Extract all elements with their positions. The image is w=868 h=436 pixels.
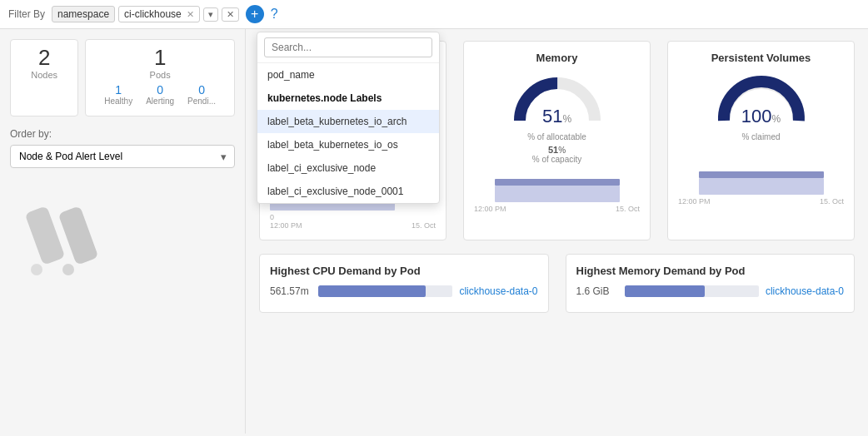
cpu-x-labels: 12:00 PM 15. Oct	[270, 221, 436, 230]
memory-capacity-label: % of capacity	[532, 155, 581, 164]
pv-x-left: 12:00 PM	[678, 197, 711, 206]
svg-point-3	[62, 264, 74, 275]
svg-rect-7	[495, 179, 620, 186]
dropdown-list: pod_namekubernetes.node Labelslabel_beta…	[257, 63, 439, 203]
memory-demand-row: 1.6 GiB clickhouse-data-0	[576, 285, 845, 297]
order-label: Order by:	[10, 128, 235, 140]
cpu-demand-bar	[318, 285, 426, 297]
dropdown-item-label_ci_exclusive_node[interactable]: label_ci_exclusive_node	[257, 156, 439, 180]
alerting-label: Alerting	[146, 97, 174, 106]
order-select-wrap: Node & Pod Alert Level Name CPU Usage Me…	[10, 145, 235, 168]
memory-donut-wrap: Memory 51% % of allocatable 51%	[474, 52, 640, 213]
memory-demand-title: Highest Memory Demand by Pod	[576, 265, 845, 277]
pods-card: 1 Pods 1 Healthy 0 Alerting 0 Pendi...	[85, 39, 235, 116]
dropdown-search-input[interactable]	[264, 37, 432, 57]
cpu-demand-bar-wrap	[318, 285, 452, 297]
dropdown-search-area	[257, 32, 439, 63]
cpu-demand-card: Highest CPU Demand by Pod 561.57m clickh…	[259, 254, 549, 313]
svg-point-2	[31, 264, 42, 275]
pv-chart: 12:00 PM 15. Oct	[678, 163, 844, 206]
cpu-x-right: 15. Oct	[412, 221, 436, 230]
dropdown-item-pod_name[interactable]: pod_name	[257, 63, 439, 87]
order-select[interactable]: Node & Pod Alert Level Name CPU Usage Me…	[10, 145, 235, 168]
stats-row: 2 Nodes 1 Pods 1 Healthy 0 Alerting 0	[10, 39, 235, 116]
pv-x-right: 15. Oct	[820, 197, 844, 206]
pv-donut-wrap: Persistent Volumes 100% % claimed	[678, 52, 844, 206]
pending-stat: 0 Pendi...	[181, 80, 222, 109]
pod-substats: 1 Healthy 0 Alerting 0 Pendi...	[97, 80, 222, 109]
memory-demand-bar	[625, 285, 706, 297]
add-filter-button[interactable]: +	[246, 5, 264, 23]
cpu-zero: 0	[270, 213, 436, 221]
pv-chart-svg	[699, 163, 824, 195]
filter-label: Filter By	[8, 8, 45, 20]
memory-x-right: 15. Oct	[616, 205, 640, 213]
pv-claimed-value: 100	[741, 106, 772, 126]
healthy-count: 1	[104, 83, 132, 97]
memory-title: Memory	[536, 52, 578, 64]
memory-card: Memory 51% % of allocatable 51%	[463, 41, 651, 240]
memory-demand-bar-wrap	[625, 285, 759, 297]
nodes-card: 2 Nodes	[10, 39, 78, 116]
dropdown-item-kubernetes_node_labels[interactable]: kubernetes.node Labels	[257, 87, 439, 110]
svg-rect-8	[699, 178, 824, 195]
pv-title: Persistent Volumes	[711, 52, 811, 64]
nodes-label: Nodes	[22, 70, 66, 80]
bottom-row: Highest CPU Demand by Pod 561.57m clickh…	[259, 254, 855, 313]
pods-label: Pods	[97, 70, 222, 80]
memory-capacity-pct: 51	[548, 145, 558, 155]
alerting-count: 0	[146, 83, 174, 97]
memory-demand-card: Highest Memory Demand by Pod 1.6 GiB cli…	[566, 254, 856, 313]
namespace-tag: Nodes namespace	[52, 6, 115, 22]
filter-dropdown: pod_namekubernetes.node Labelslabel_beta…	[257, 32, 440, 204]
cpu-demand-title: Highest CPU Demand by Pod	[270, 265, 538, 277]
dropdown-item-label_ci_exclusive_node_0001[interactable]: label_ci_exclusive_node_0001	[257, 180, 439, 203]
top-bar: Filter By Nodes namespace ci-clickhouse …	[0, 0, 868, 29]
memory-allocatable-value: 51	[542, 106, 562, 126]
cpu-demand-value: 561.57m	[270, 285, 312, 297]
tag-value-label: ci-clickhouse	[124, 8, 182, 20]
svg-rect-9	[699, 171, 824, 178]
memory-pct2: %	[558, 146, 566, 155]
nodes-count: 2	[22, 47, 66, 68]
memory-demand-pod[interactable]: clickhouse-data-0	[766, 285, 844, 297]
pods-count: 1	[97, 47, 222, 68]
sidebar: 2 Nodes 1 Pods 1 Healthy 0 Alerting 0	[0, 29, 246, 434]
chevron-down-button[interactable]: ▾	[203, 7, 218, 22]
memory-chart-svg	[495, 171, 620, 202]
pending-count: 0	[187, 83, 216, 97]
pv-claimed-label: % claimed	[741, 132, 780, 141]
namespace-tag-label: namespace	[57, 8, 109, 20]
remove-tag-button[interactable]: ✕	[187, 9, 194, 20]
error-icon-area	[10, 193, 235, 287]
healthy-label: Healthy	[104, 97, 132, 106]
pv-card: Persistent Volumes 100% % claimed	[667, 41, 855, 240]
svg-rect-6	[495, 186, 620, 202]
dropdown-item-label_beta_os[interactable]: label_beta_kubernetes_io_os	[257, 133, 439, 156]
error-illustration	[18, 201, 118, 276]
memory-x-labels: 12:00 PM 15. Oct	[474, 205, 640, 213]
alerting-stat: 0 Alerting	[139, 80, 181, 109]
svg-rect-1	[58, 206, 99, 265]
pending-label: Pendi...	[187, 97, 216, 106]
memory-x-left: 12:00 PM	[474, 205, 506, 213]
healthy-stat: 1 Healthy	[97, 80, 139, 109]
filter-controls: ▾ ✕ + ?	[203, 5, 278, 23]
memory-demand-value: 1.6 GiB	[576, 285, 618, 297]
pv-x-labels: 12:00 PM 15. Oct	[678, 197, 844, 206]
memory-capacity-row: 51%	[548, 145, 566, 155]
memory-allocatable-label: % of allocatable	[527, 132, 586, 141]
ci-clickhouse-tag[interactable]: ci-clickhouse ✕	[118, 6, 200, 22]
help-button[interactable]: ?	[271, 7, 278, 22]
memory-pct-sign: %	[562, 113, 571, 125]
cpu-demand-row: 561.57m clickhouse-data-0	[270, 285, 538, 297]
clear-filter-button[interactable]: ✕	[222, 7, 239, 22]
svg-rect-0	[25, 206, 66, 265]
cpu-demand-pod[interactable]: clickhouse-data-0	[459, 285, 537, 297]
memory-chart: 12:00 PM 15. Oct	[474, 171, 640, 213]
cpu-x-left: 12:00 PM	[270, 221, 302, 230]
pv-pct-sign: %	[772, 113, 781, 125]
dropdown-item-label_beta_arch[interactable]: label_beta_kubernetes_io_arch	[257, 110, 439, 133]
